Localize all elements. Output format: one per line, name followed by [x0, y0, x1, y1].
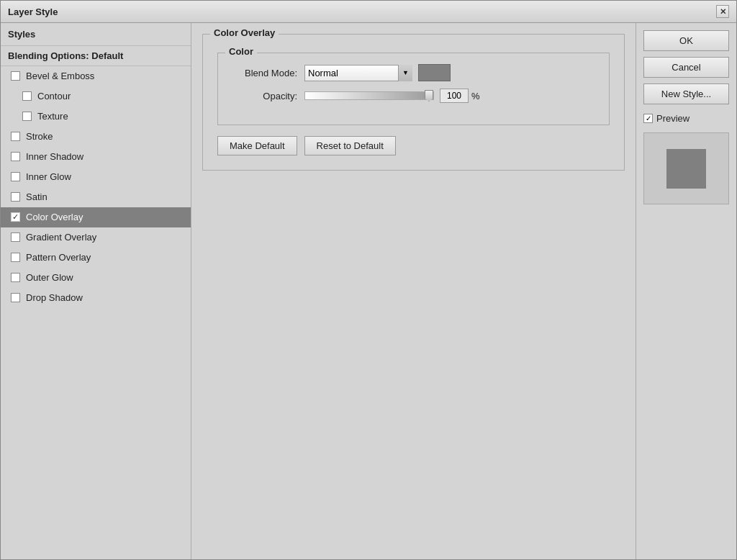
preview-inner-swatch [666, 149, 706, 189]
make-default-button[interactable]: Make Default [217, 136, 297, 155]
label-satin: Satin [26, 191, 184, 202]
checkbox-texture[interactable] [22, 112, 32, 121]
checkbox-color-overlay[interactable]: ✓ [11, 212, 20, 222]
opacity-slider[interactable] [304, 91, 434, 100]
preview-row: ✓ Preview [643, 113, 729, 124]
blend-mode-row: Blend Mode: NormalDissolveMultiplyScreen… [232, 64, 594, 81]
color-overlay-section: Color Overlay Color Blend Mode: NormalDi… [202, 34, 625, 171]
sidebar-item-pattern-overlay[interactable]: Pattern Overlay [1, 248, 191, 268]
checkbox-gradient-overlay[interactable] [11, 232, 20, 242]
left-panel: Styles Blending Options: Default Bevel &… [1, 23, 191, 559]
checkbox-inner-glow[interactable] [11, 172, 20, 181]
opacity-slider-container: % [304, 89, 594, 103]
sidebar-item-outer-glow[interactable]: Outer Glow [1, 268, 191, 288]
label-drop-shadow: Drop Shadow [26, 292, 184, 303]
preview-box [643, 132, 729, 204]
label-outer-glow: Outer Glow [26, 272, 184, 283]
sidebar-item-inner-shadow[interactable]: Inner Shadow [1, 147, 191, 167]
dialog-body: Styles Blending Options: Default Bevel &… [1, 23, 736, 559]
label-bevel-emboss: Bevel & Emboss [26, 71, 184, 81]
label-pattern-overlay: Pattern Overlay [26, 252, 184, 263]
color-overlay-legend: Color Overlay [210, 27, 279, 38]
dialog-title: Layer Style [8, 6, 58, 17]
preview-checkbox[interactable]: ✓ [643, 114, 653, 123]
checkbox-drop-shadow[interactable] [11, 293, 20, 302]
blend-mode-select[interactable]: NormalDissolveMultiplyScreenOverlayDarke… [304, 65, 412, 81]
blend-mode-select-wrapper: NormalDissolveMultiplyScreenOverlayDarke… [304, 65, 412, 81]
label-contour: Contour [37, 91, 184, 101]
cancel-button[interactable]: Cancel [643, 57, 729, 78]
sidebar-item-satin[interactable]: Satin [1, 187, 191, 207]
color-sub-legend: Color [225, 46, 257, 57]
label-inner-glow: Inner Glow [26, 171, 184, 182]
label-color-overlay: Color Overlay [26, 212, 184, 222]
close-button[interactable]: ✕ [716, 5, 729, 18]
blend-mode-label: Blend Mode: [232, 68, 297, 78]
blending-options-header[interactable]: Blending Options: Default [1, 46, 191, 66]
right-panel: OK Cancel New Style... ✓ Preview [636, 23, 736, 559]
middle-panel: Color Overlay Color Blend Mode: NormalDi… [191, 23, 636, 559]
checkbox-outer-glow[interactable] [11, 273, 20, 282]
color-sub-section: Color Blend Mode: NormalDissolveMultiply… [217, 53, 610, 125]
opacity-input[interactable] [440, 89, 469, 103]
sidebar-item-inner-glow[interactable]: Inner Glow [1, 167, 191, 187]
checkbox-pattern-overlay[interactable] [11, 253, 20, 262]
sidebar-item-color-overlay[interactable]: ✓Color Overlay [1, 207, 191, 227]
sidebar-item-gradient-overlay[interactable]: Gradient Overlay [1, 227, 191, 248]
layer-style-dialog: Layer Style ✕ Styles Blending Options: D… [0, 0, 737, 560]
sidebar-item-texture[interactable]: Texture [1, 107, 191, 127]
color-swatch[interactable] [418, 64, 451, 81]
label-gradient-overlay: Gradient Overlay [26, 232, 184, 243]
label-inner-shadow: Inner Shadow [26, 151, 184, 162]
ok-button[interactable]: OK [643, 30, 729, 51]
checkbox-stroke[interactable] [11, 132, 20, 141]
opacity-label: Opacity: [232, 91, 297, 101]
checkbox-inner-shadow[interactable] [11, 152, 20, 161]
title-bar: Layer Style ✕ [1, 1, 736, 23]
reset-default-button[interactable]: Reset to Default [304, 136, 396, 155]
styles-header[interactable]: Styles [1, 23, 191, 46]
sidebar-item-stroke[interactable]: Stroke [1, 127, 191, 147]
checkbox-contour[interactable] [22, 91, 32, 101]
opacity-row: Opacity: % [232, 89, 594, 103]
checkbox-bevel-emboss[interactable] [11, 71, 20, 81]
checkbox-satin[interactable] [11, 192, 20, 202]
preview-label: Preview [656, 113, 689, 124]
label-stroke: Stroke [26, 131, 184, 142]
sidebar-item-contour[interactable]: Contour [1, 86, 191, 107]
bottom-buttons: Make Default Reset to Default [217, 136, 610, 155]
sidebar-item-drop-shadow[interactable]: Drop Shadow [1, 288, 191, 308]
percent-label: % [471, 91, 480, 101]
sidebar-item-bevel-emboss[interactable]: Bevel & Emboss [1, 66, 191, 86]
label-texture: Texture [37, 111, 184, 122]
new-style-button[interactable]: New Style... [643, 83, 729, 104]
layer-items-list: Bevel & EmbossContourTextureStrokeInner … [1, 66, 191, 308]
